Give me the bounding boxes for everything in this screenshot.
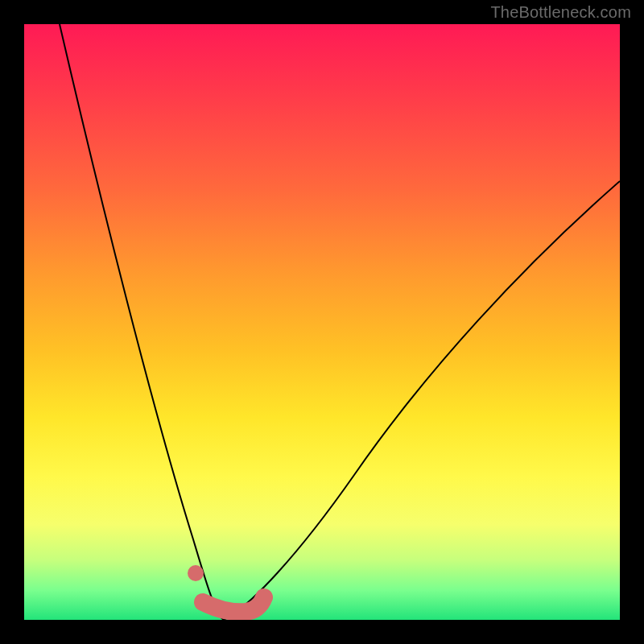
optimal-range-marker bbox=[203, 597, 264, 612]
curve-layer bbox=[24, 24, 620, 620]
plot-area bbox=[24, 24, 620, 620]
chart-frame: TheBottleneck.com bbox=[0, 0, 644, 644]
bottleneck-curve-left bbox=[60, 24, 224, 620]
watermark-text: TheBottleneck.com bbox=[490, 3, 631, 22]
bottleneck-curve-right bbox=[224, 181, 620, 620]
marker-start-dot bbox=[188, 565, 204, 581]
